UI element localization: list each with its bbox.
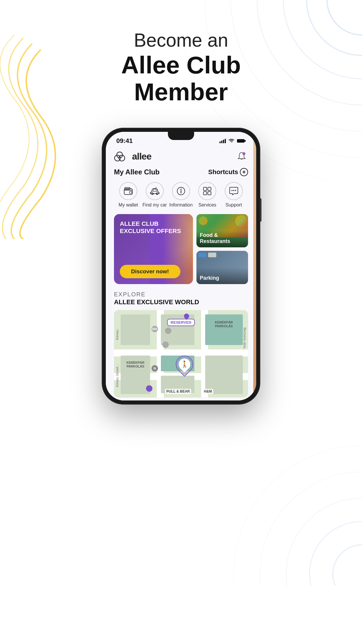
user-location-pin: 🚶 [176,356,193,375]
svg-rect-15 [225,139,226,143]
car-icon-container [146,182,164,200]
signal-icon [219,139,226,143]
promo-partial-card [253,132,256,400]
svg-point-38 [235,190,236,191]
phone-screen: 09:41 [106,132,256,400]
map-background: KERÉKPÁRPARKOLÁS KERÉKPÁRPARKOLÁS PULL &… [114,310,248,398]
promo-text: ALLEE CLUB EXCLUSIVE OFFERS [120,220,187,235]
store-label-pullbear: PULL & BEAR [165,389,191,394]
street-label-left-2: Körsey József... [115,364,119,387]
explore-sublabel: ALLEE EXCLUSIVE WORLD [114,298,248,306]
food-restaurants-card[interactable]: Food &Restaurants [196,214,248,247]
svg-rect-34 [203,192,207,195]
app-topbar: allee [114,147,248,168]
parking-card[interactable]: Parking [196,251,248,284]
car-icon [150,187,160,195]
support-label: Support [226,202,242,208]
shortcuts-button[interactable]: Shortcuts + [208,168,248,176]
explore-text: EXCLUSIVE WORLD [135,298,199,306]
reserved-label: RESERVED [167,319,195,326]
map-building-3 [205,314,243,345]
svg-rect-35 [208,192,211,195]
map-pin-n: N [152,365,158,372]
svg-rect-16 [237,139,245,143]
parking-card-label: Parking [200,275,219,281]
svg-point-7 [333,545,362,586]
svg-rect-23 [129,191,132,193]
food-card-label: Food &Restaurants [200,232,230,244]
quick-action-services[interactable]: Services [194,182,220,208]
allee-logo-icon [114,151,129,162]
explore-label: EXPLORE [114,291,248,298]
explore-brand: ALLEE [114,298,135,306]
map-container[interactable]: KERÉKPÁRPARKOLÁS KERÉKPÁRPARKOLÁS PULL &… [114,310,248,398]
quick-actions-bar: My wallet [114,182,248,208]
notification-button[interactable] [235,150,248,163]
wallet-label: My wallet [119,202,138,208]
phone-frame: 09:41 [102,128,260,404]
section-header: My Allee Club Shortcuts + [114,168,248,176]
battery-icon [237,139,246,143]
svg-rect-33 [208,187,211,190]
promo-side-cards: Food &Restaurants Parking [196,214,248,284]
promo-title: ALLEE CLUB EXCLUSIVE OFFERS [120,220,187,235]
discover-now-button[interactable]: Discover now! [120,265,180,278]
wallet-icon [124,187,133,195]
hero-section: Become an Allee Club Member [0,29,362,106]
shortcuts-plus-icon: + [240,168,248,176]
explore-section: EXPLORE ALLEE EXCLUSIVE WORLD [114,291,248,400]
grid-icon [203,187,212,195]
info-icon [177,187,185,195]
shortcuts-label: Shortcuts [208,168,238,176]
findcar-label: Find my car [143,202,167,208]
section-title: My Allee Club [114,168,159,176]
street-label-right: Berzseny utca... [243,328,247,351]
status-icons [219,139,246,143]
svg-point-36 [231,190,233,191]
services-icon-container [198,182,216,200]
svg-rect-13 [221,141,222,143]
svg-point-37 [233,190,234,191]
info-icon-container [172,182,190,200]
svg-rect-17 [245,140,246,142]
map-pin-gray-2 [162,342,169,348]
quick-action-findcar[interactable]: Find my car [141,182,168,208]
wifi-icon [228,139,235,143]
app-logo: allee [114,151,151,162]
quick-action-info[interactable]: Information [168,182,194,208]
promo-main-card[interactable]: ALLEE CLUB EXCLUSIVE OFFERS Discover now… [114,214,193,284]
chat-icon [229,187,238,195]
logo-text: allee [132,151,151,162]
svg-point-30 [180,189,182,190]
status-bar: 09:41 [106,132,256,147]
svg-rect-14 [223,140,224,143]
svg-point-9 [286,498,362,586]
map-building-7 [205,356,243,394]
quick-action-support[interactable]: Support [221,182,247,208]
svg-rect-32 [203,187,207,190]
parking-label-2: KERÉKPÁRPARKOLÁS [205,321,243,328]
parking-label-1: KERÉKPÁRPARKOLÁS [121,361,150,368]
store-label-hm: H&M [203,389,213,394]
phone-mockup: 09:41 [102,128,260,404]
quick-action-wallet[interactable]: My wallet [115,182,141,208]
map-pin-purple-bottom [146,385,152,392]
svg-point-10 [260,472,362,586]
svg-point-11 [234,446,362,586]
promo-section: ALLEE CLUB EXCLUSIVE OFFERS Discover now… [114,214,248,284]
info-label: Information [169,202,193,208]
hero-line1: Become an [0,29,362,52]
notch [168,132,194,140]
map-pin-gray-1 [165,328,171,334]
hero-line3: Member [0,78,362,105]
street-label-left: Körsey... [115,328,119,340]
map-building-1 [121,314,150,345]
svg-point-21 [242,152,245,155]
map-pin-bri: BRI [152,326,158,332]
services-label: Services [198,202,216,208]
support-icon-container [225,182,243,200]
wallet-icon-container [119,182,137,200]
bell-icon [237,152,246,161]
status-time: 09:41 [116,137,133,145]
app-content: allee My Allee Club Shortcuts [106,147,256,400]
